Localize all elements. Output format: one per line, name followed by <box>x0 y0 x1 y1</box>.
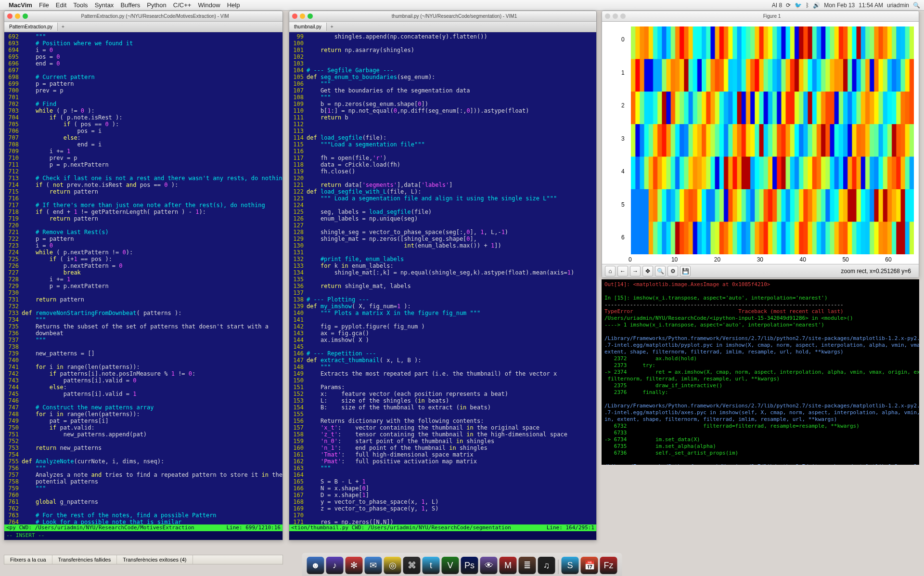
close-icon[interactable] <box>605 13 610 19</box>
minimize-icon[interactable] <box>15 13 20 19</box>
tab-add-icon[interactable]: + <box>327 23 337 31</box>
menu-edit[interactable]: Edit <box>56 1 66 9</box>
chrome-icon[interactable]: ◎ <box>384 557 401 574</box>
safari-icon[interactable]: ✻ <box>346 557 363 574</box>
menu-ccpp[interactable]: C/C++ <box>173 1 192 9</box>
transfer-tab-success[interactable]: Transferències exitoses (4) <box>117 555 192 564</box>
mendeley-icon[interactable]: M <box>500 557 517 574</box>
heatmap-canvas[interactable] <box>631 26 914 254</box>
spotlight-icon[interactable]: 🔍 <box>913 2 920 9</box>
zoom-icon[interactable]: 🔍 <box>655 266 666 276</box>
zoom-icon[interactable] <box>308 13 313 19</box>
bluetooth-icon[interactable]: ᛒ <box>806 2 809 9</box>
close-icon[interactable] <box>7 13 13 19</box>
filezilla-icon[interactable]: Fz <box>600 557 617 574</box>
vim-window-left: PatternExtraction.py (~/NYU/ResearchCode… <box>4 11 283 540</box>
mail-icon[interactable]: ✉ <box>365 557 382 574</box>
finder-icon[interactable]: ☻ <box>307 557 324 574</box>
titlebar-left[interactable]: PatternExtraction.py (~/NYU/ResearchCode… <box>4 11 282 22</box>
xtick: 40 <box>800 256 806 263</box>
tab-thumbnail[interactable]: thumbnail.py <box>289 23 327 31</box>
back-icon[interactable]: ← <box>617 266 628 276</box>
vim-window-right: thumbnail.py (~/NYU/ResearchCode/segment… <box>289 11 597 540</box>
transfer-tab-failed[interactable]: Transferències fallides <box>52 555 117 564</box>
dropbox-icon[interactable]: ⟳ <box>786 2 791 9</box>
clock-time[interactable]: 11:54 AM <box>859 2 883 9</box>
configure-icon[interactable]: ⚙ <box>667 266 678 276</box>
menu-window[interactable]: Window <box>198 1 220 9</box>
xtick: 60 <box>885 256 891 263</box>
clock-date[interactable]: Mon Feb 13 <box>824 2 855 9</box>
ytick: 1 <box>621 69 625 76</box>
xtick: 10 <box>671 256 678 263</box>
adobe-badge[interactable]: AI 8 <box>772 2 782 9</box>
transfer-tab-queue[interactable]: Fitxers a la cua <box>4 555 52 564</box>
menu-tools[interactable]: Tools <box>73 1 88 9</box>
skype-icon[interactable]: S <box>562 557 579 574</box>
twitter-icon[interactable]: 🐦 <box>795 2 802 9</box>
ytick: 5 <box>621 201 625 208</box>
figure-canvas-area[interactable]: 01234560102030405060 <box>602 22 919 264</box>
pan-icon[interactable]: ✥ <box>642 266 653 276</box>
save-icon[interactable]: 💾 <box>680 266 691 276</box>
xtick: 30 <box>757 256 763 263</box>
menu-buffers[interactable]: Buffers <box>120 1 140 9</box>
terminal-icon[interactable]: ⌘ <box>403 557 421 574</box>
twitter-icon[interactable]: t <box>423 557 440 574</box>
vim-mode: -- INSERT -- <box>6 532 44 538</box>
ipython-terminal[interactable]: Out[14]: <matplotlib.image.AxesImage at … <box>602 279 919 465</box>
status-path-left: <py CWD: /Users/uriadmin/NYU/ResearchCod… <box>6 524 194 531</box>
ytick: 2 <box>621 102 625 109</box>
user-name[interactable]: uriadmin <box>887 2 909 9</box>
transfer-tabs: Fitxers a la cua Transferències fallides… <box>4 555 283 564</box>
statusbar-right: <tion/thumbnail.py CWD: /Users/uriadmin/… <box>289 524 596 531</box>
zoom-icon[interactable] <box>23 13 28 19</box>
tabbar-left: PatternExtraction.py + <box>4 22 282 32</box>
menubar: MacVim File Edit Tools Syntax Buffers Py… <box>0 0 924 11</box>
system-tray: AI 8 ⟳ 🐦 ᛒ 🔊 Mon Feb 13 11:54 AM uriadmi… <box>772 2 920 9</box>
preview-icon[interactable]: 👁 <box>480 557 498 574</box>
figure-window: Figure 1 01234560102030405060 ⌂←→✥🔍⚙💾 zo… <box>602 11 919 278</box>
volume-icon[interactable]: 🔊 <box>813 2 820 9</box>
papers-icon[interactable]: ≣ <box>519 557 536 574</box>
titlebar-right[interactable]: thumbnail.py (~/NYU/ResearchCode/segment… <box>289 11 596 22</box>
code-editor-left[interactable]: 692 """ 693 # Position where we found it… <box>4 32 282 532</box>
ytick: 6 <box>621 234 625 241</box>
home-icon[interactable]: ⌂ <box>605 266 616 276</box>
xtick: 20 <box>714 256 720 263</box>
menu-python[interactable]: Python <box>147 1 166 9</box>
figure-titlebar[interactable]: Figure 1 <box>602 11 919 22</box>
mode-line-left: -- INSERT -- <box>4 531 282 540</box>
close-icon[interactable] <box>292 13 297 19</box>
zoom-icon[interactable] <box>620 13 626 19</box>
forward-icon[interactable]: → <box>630 266 641 276</box>
figure-coords: zoom rect, x=0.251268 y=6 <box>841 268 916 275</box>
app-name[interactable]: MacVim <box>9 1 32 9</box>
tab-patternextraction[interactable]: PatternExtraction.py <box>4 23 58 31</box>
xtick: 50 <box>842 256 848 263</box>
xtick: 0 <box>629 256 632 263</box>
calendar-icon[interactable]: 📅 <box>581 557 598 574</box>
mixxx-icon[interactable]: ♫ <box>538 557 555 574</box>
figure-title: Figure 1 <box>628 13 916 19</box>
ytick: 3 <box>621 135 625 142</box>
ytick: 4 <box>621 168 625 175</box>
photoshop-icon[interactable]: Ps <box>461 557 478 574</box>
status-line-right: Line: 164/295:1 <box>547 524 594 531</box>
menu-syntax[interactable]: Syntax <box>95 1 114 9</box>
window-title-right: thumbnail.py (~/NYU/ResearchCode/segment… <box>315 13 593 19</box>
ytick: 0 <box>621 36 625 43</box>
menu-help[interactable]: Help <box>227 1 240 9</box>
code-editor-right[interactable]: 99 shingles.append(np.concatenate(y).fla… <box>289 32 596 532</box>
status-path-right: <tion/thumbnail.py CWD: /Users/uriadmin/… <box>291 524 511 531</box>
minimize-icon[interactable] <box>300 13 305 19</box>
figure-toolbar: ⌂←→✥🔍⚙💾 zoom rect, x=0.251268 y=6 <box>602 264 919 277</box>
vim-icon[interactable]: V <box>442 557 459 574</box>
tabbar-right: thumbnail.py + <box>289 22 596 32</box>
statusbar-left: <py CWD: /Users/uriadmin/NYU/ResearchCod… <box>4 524 282 531</box>
menu-file[interactable]: File <box>39 1 49 9</box>
itunes-icon[interactable]: ♪ <box>326 557 344 574</box>
tab-add-icon[interactable]: + <box>58 23 68 31</box>
minimize-icon[interactable] <box>613 13 618 19</box>
window-title-left: PatternExtraction.py (~/NYU/ResearchCode… <box>30 13 280 19</box>
